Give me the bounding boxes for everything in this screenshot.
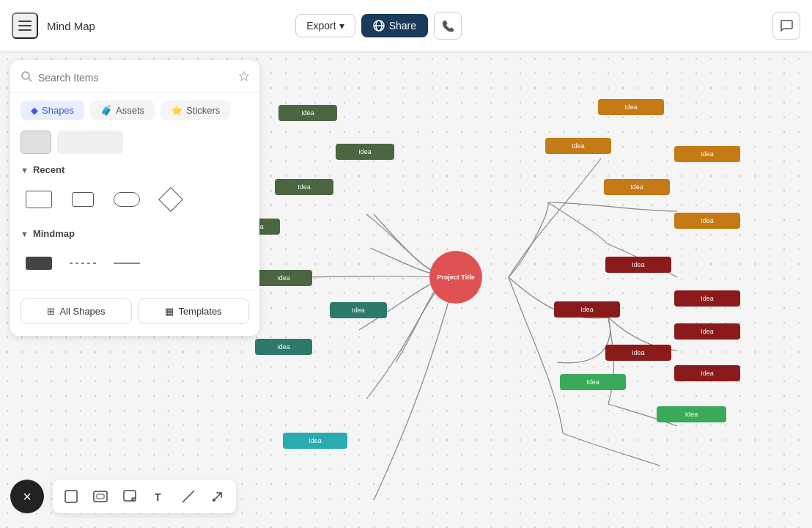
svg-line-13 (182, 491, 194, 502)
tool-frame[interactable] (88, 484, 113, 509)
menu-button[interactable] (12, 12, 38, 39)
export-button[interactable]: Export ▾ (295, 14, 355, 37)
shape-rect-item[interactable] (21, 184, 57, 215)
shape-diamond-item[interactable] (152, 184, 189, 215)
sub-tab-2[interactable] (57, 131, 123, 154)
section-mindmap: ▼ Mindmap (10, 224, 259, 243)
app-title: Mind Map (47, 20, 95, 32)
svg-rect-0 (18, 21, 32, 22)
search-icon (21, 70, 32, 85)
tab-stickers[interactable]: ⭐ Stickers (160, 100, 230, 120)
topbar-actions: Export ▾ Share (295, 12, 800, 40)
svg-rect-8 (65, 491, 77, 502)
comment-button[interactable] (772, 12, 800, 40)
tab-bar: ◆ Shapes 🧳 Assets ⭐ Stickers (10, 93, 259, 128)
mindmap-line-dash-item[interactable] (64, 248, 101, 279)
tool-square[interactable] (59, 484, 84, 509)
templates-button[interactable]: ▦ Templates (138, 298, 249, 324)
section-recent: ▼ Recent (10, 160, 259, 180)
share-button[interactable]: Share (361, 14, 428, 37)
mindmap-arrow: ▼ (21, 230, 29, 238)
tool-arrow[interactable] (205, 484, 230, 509)
svg-rect-9 (94, 491, 107, 502)
svg-point-6 (22, 72, 29, 79)
call-button[interactable] (434, 12, 462, 40)
mindmap-shapes (10, 243, 259, 287)
svg-line-7 (29, 78, 32, 81)
all-shapes-icon: ⊞ (47, 306, 55, 317)
shape-rect-sm-item[interactable] (64, 184, 101, 215)
svg-rect-10 (97, 494, 104, 499)
recent-shapes (10, 180, 259, 224)
tool-text[interactable]: T (147, 484, 171, 509)
sub-tabs (10, 128, 259, 160)
tab-shapes[interactable]: ◆ Shapes (21, 100, 84, 120)
search-bar (10, 60, 259, 93)
topbar: Mind Map Export ▾ Share (0, 0, 812, 51)
pin-icon[interactable] (239, 71, 249, 84)
panel-bottom-buttons: ⊞ All Shapes ▦ Templates (10, 290, 259, 327)
sub-tab-1[interactable] (21, 131, 51, 154)
tab-assets[interactable]: 🧳 Assets (90, 100, 155, 120)
tool-group: T (53, 480, 236, 513)
mindmap-line-solid-item[interactable] (108, 248, 145, 279)
svg-rect-1 (18, 25, 32, 26)
recent-arrow: ▼ (21, 166, 29, 175)
bottom-toolbar: × T (10, 480, 236, 513)
svg-rect-2 (18, 29, 32, 31)
shape-pill-item[interactable] (108, 184, 145, 215)
templates-icon: ▦ (165, 306, 174, 317)
close-toolbar-button[interactable]: × (10, 480, 44, 513)
tool-sticky[interactable] (117, 484, 142, 509)
mindmap-node-item[interactable] (21, 248, 57, 279)
search-input[interactable] (38, 72, 233, 84)
tool-line[interactable] (176, 484, 201, 509)
left-panel: ◆ Shapes 🧳 Assets ⭐ Stickers ▼ Recent (10, 60, 259, 336)
all-shapes-button[interactable]: ⊞ All Shapes (21, 298, 132, 324)
svg-text:T: T (155, 491, 161, 503)
svg-point-14 (213, 499, 215, 502)
